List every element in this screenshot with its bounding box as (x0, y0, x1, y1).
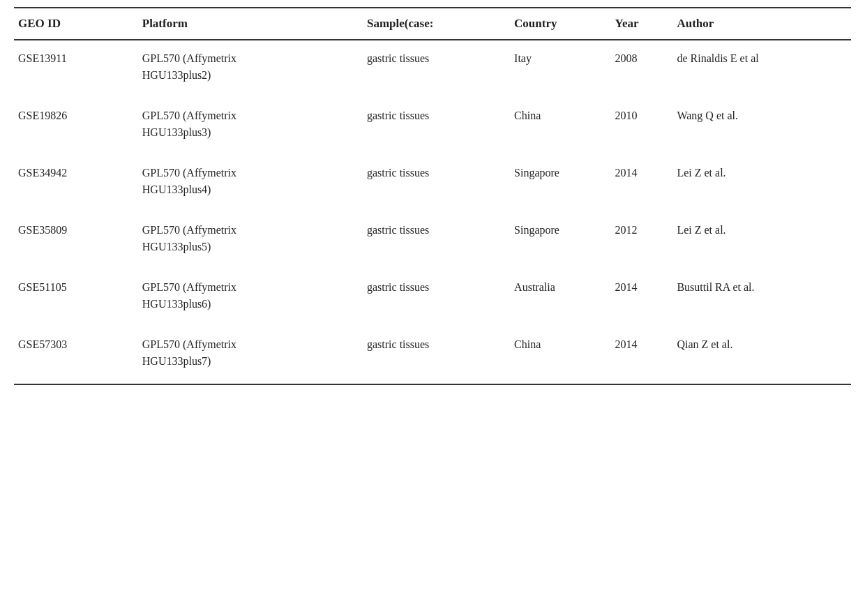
cell-year: 2008 (611, 40, 673, 98)
data-table: GEO ID Platform Sample(case: Country Yea… (14, 7, 851, 385)
header-year: Year (611, 8, 673, 40)
table-row: GSE13911GPL570 (AffymetrixHGU133plus2)ga… (14, 40, 851, 98)
cell-country: Singapore (510, 155, 610, 212)
table-row: GSE19826GPL570 (AffymetrixHGU133plus3)ga… (14, 98, 851, 155)
cell-sample: gastric tissues (363, 269, 510, 326)
table-row: GSE34942GPL570 (AffymetrixHGU133plus4)ga… (14, 155, 851, 212)
cell-sample: gastric tissues (363, 326, 510, 384)
cell-country: Australia (510, 269, 610, 326)
cell-author: de Rinaldis E et al (672, 40, 851, 98)
cell-geoid: GSE34942 (14, 155, 138, 212)
cell-author: Lei Z et al. (672, 212, 851, 269)
cell-sample: gastric tissues (363, 155, 510, 212)
cell-geoid: GSE57303 (14, 326, 138, 384)
header-author: Author (672, 8, 851, 40)
cell-geoid: GSE35809 (14, 212, 138, 269)
cell-year: 2014 (611, 155, 673, 212)
table-header-row: GEO ID Platform Sample(case: Country Yea… (14, 8, 851, 40)
cell-country: Singapore (510, 212, 610, 269)
cell-geoid: GSE19826 (14, 98, 138, 155)
cell-year: 2014 (611, 326, 673, 384)
table-row: GSE51105GPL570 (AffymetrixHGU133plus6)ga… (14, 269, 851, 326)
table-row: GSE57303GPL570 (AffymetrixHGU133plus7)ga… (14, 326, 851, 384)
header-platform: Platform (138, 8, 363, 40)
cell-country: Itay (510, 40, 610, 98)
header-sample: Sample(case: (363, 8, 510, 40)
cell-geoid: GSE13911 (14, 40, 138, 98)
cell-sample: gastric tissues (363, 212, 510, 269)
cell-country: China (510, 98, 610, 155)
cell-geoid: GSE51105 (14, 269, 138, 326)
cell-sample: gastric tissues (363, 98, 510, 155)
cell-sample: gastric tissues (363, 40, 510, 98)
cell-author: Busuttil RA et al. (672, 269, 851, 326)
cell-platform: GPL570 (AffymetrixHGU133plus5) (138, 212, 363, 269)
cell-year: 2014 (611, 269, 673, 326)
cell-author: Qian Z et al. (672, 326, 851, 384)
cell-platform: GPL570 (AffymetrixHGU133plus3) (138, 98, 363, 155)
header-country: Country (510, 8, 610, 40)
cell-year: 2010 (611, 98, 673, 155)
cell-year: 2012 (611, 212, 673, 269)
cell-author: Wang Q et al. (672, 98, 851, 155)
cell-platform: GPL570 (AffymetrixHGU133plus4) (138, 155, 363, 212)
cell-platform: GPL570 (AffymetrixHGU133plus6) (138, 269, 363, 326)
cell-country: China (510, 326, 610, 384)
table-row: GSE35809GPL570 (AffymetrixHGU133plus5)ga… (14, 212, 851, 269)
header-geoid: GEO ID (14, 8, 138, 40)
cell-platform: GPL570 (AffymetrixHGU133plus2) (138, 40, 363, 98)
cell-author: Lei Z et al. (672, 155, 851, 212)
cell-platform: GPL570 (AffymetrixHGU133plus7) (138, 326, 363, 384)
